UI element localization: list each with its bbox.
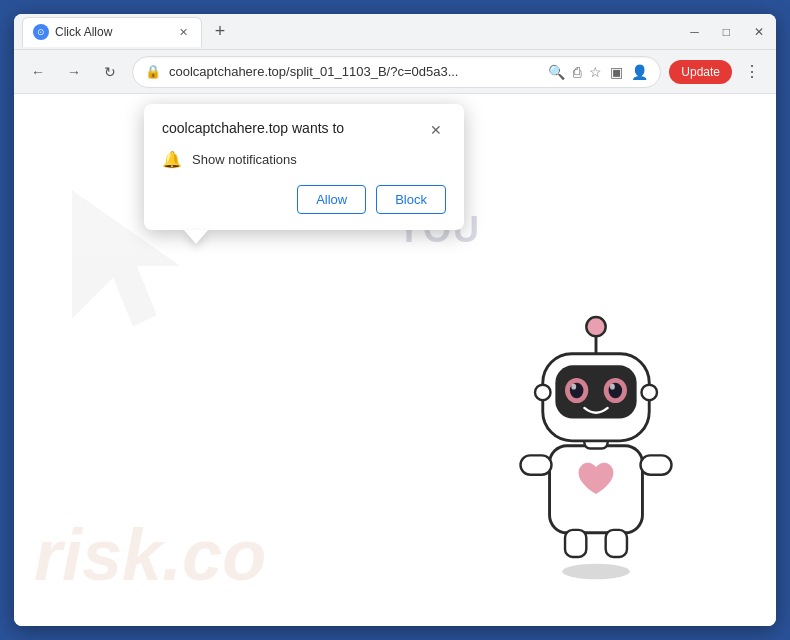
tab-close-button[interactable]: ✕ [175, 24, 191, 40]
share-icon[interactable]: ⎙ [573, 64, 581, 80]
toolbar: ← → ↻ 🔒 coolcaptchahere.top/split_01_110… [14, 50, 776, 94]
new-tab-button[interactable]: + [206, 18, 234, 46]
svg-rect-3 [641, 455, 672, 474]
allow-button[interactable]: Allow [297, 185, 366, 214]
dialog-buttons: Allow Block [162, 185, 446, 214]
svg-point-11 [571, 384, 576, 390]
minimize-button[interactable]: ─ [686, 23, 703, 41]
svg-point-16 [586, 317, 605, 336]
more-options-button[interactable]: ⋮ [738, 58, 766, 86]
active-tab[interactable]: ⊙ Click Allow ✕ [22, 17, 202, 47]
svg-point-0 [562, 564, 630, 579]
svg-point-14 [610, 384, 615, 390]
browser-window: ⊙ Click Allow ✕ + ─ □ ✕ ← → ↻ 🔒 coolcapt… [14, 14, 776, 626]
address-bar[interactable]: 🔒 coolcaptchahere.top/split_01_1103_B/?c… [132, 56, 661, 88]
window-close-button[interactable]: ✕ [750, 23, 768, 41]
block-button[interactable]: Block [376, 185, 446, 214]
maximize-button[interactable]: □ [719, 23, 734, 41]
dialog-close-button[interactable]: ✕ [426, 120, 446, 140]
toolbar-right: Update ⋮ [669, 58, 766, 86]
notification-dialog: coolcaptchahere.top wants to ✕ 🔔 Show no… [144, 104, 464, 230]
window-controls: ─ □ ✕ [686, 23, 768, 41]
sidebar-icon[interactable]: ▣ [610, 64, 623, 80]
forward-button[interactable]: → [60, 58, 88, 86]
svg-point-18 [641, 385, 656, 400]
svg-rect-4 [565, 530, 586, 557]
search-icon[interactable]: 🔍 [548, 64, 565, 80]
svg-point-17 [535, 385, 550, 400]
tab-title: Click Allow [55, 25, 169, 39]
address-text: coolcaptchahere.top/split_01_1103_B/?c=0… [169, 64, 540, 79]
page-content: coolcaptchahere.top wants to ✕ 🔔 Show no… [14, 94, 776, 626]
bell-icon: 🔔 [162, 150, 182, 169]
dialog-title: coolcaptchahere.top wants to [162, 120, 344, 136]
notification-row: 🔔 Show notifications [162, 150, 446, 169]
dialog-header: coolcaptchahere.top wants to ✕ [162, 120, 446, 140]
robot-illustration [496, 286, 716, 606]
bookmark-icon[interactable]: ☆ [589, 64, 602, 80]
favicon-symbol: ⊙ [37, 27, 45, 37]
tab-area: ⊙ Click Allow ✕ + [22, 17, 680, 47]
lock-icon: 🔒 [145, 64, 161, 79]
reload-button[interactable]: ↻ [96, 58, 124, 86]
update-button[interactable]: Update [669, 60, 732, 84]
title-bar: ⊙ Click Allow ✕ + ─ □ ✕ [14, 14, 776, 50]
watermark-text: risk.co [34, 514, 266, 596]
notification-label: Show notifications [192, 152, 297, 167]
svg-rect-5 [606, 530, 627, 557]
tab-favicon: ⊙ [33, 24, 49, 40]
back-button[interactable]: ← [24, 58, 52, 86]
profile-icon[interactable]: 👤 [631, 64, 648, 80]
address-bar-icons: 🔍 ⎙ ☆ ▣ 👤 [548, 64, 648, 80]
svg-rect-2 [521, 455, 552, 474]
